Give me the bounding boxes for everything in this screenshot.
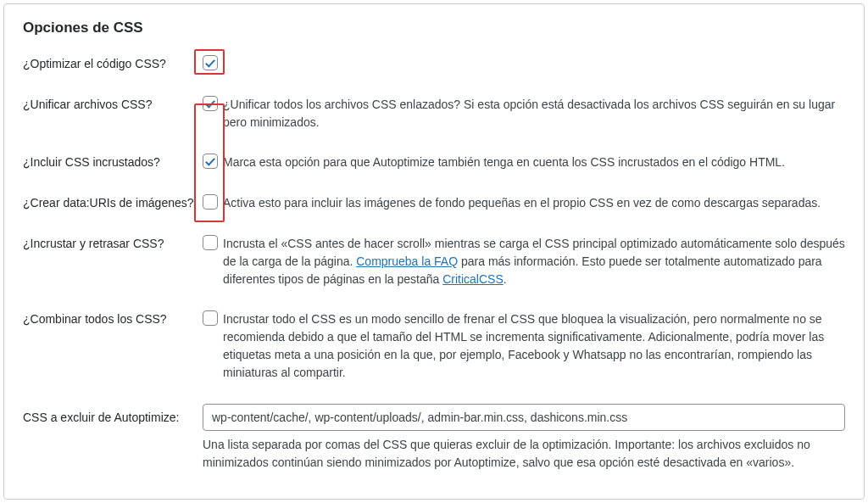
option-description: Marca esta opción para que Autoptimize t… bbox=[223, 154, 785, 171]
exclude-input[interactable] bbox=[203, 404, 845, 431]
faq-link[interactable]: Comprueba la FAQ bbox=[356, 254, 458, 268]
option-row-datauri: ¿Crear data:URIs de imágenes? Activa est… bbox=[23, 194, 845, 213]
inline-checkbox[interactable] bbox=[203, 154, 218, 169]
criticalcss-link[interactable]: CriticalCSS bbox=[442, 272, 504, 286]
aggregate-checkbox[interactable] bbox=[203, 96, 218, 111]
option-label: ¿Combinar todos los CSS? bbox=[23, 310, 203, 326]
optimize-checkbox[interactable] bbox=[203, 55, 218, 70]
option-label: ¿Incluir CSS incrustados? bbox=[23, 154, 203, 169]
option-help-text: Una lista separada por comas del CSS que… bbox=[203, 436, 845, 472]
option-label: ¿Unificar archivos CSS? bbox=[23, 96, 203, 111]
defer-checkbox[interactable] bbox=[203, 235, 218, 250]
option-label: ¿Incrustar y retrasar CSS? bbox=[23, 235, 203, 250]
option-row-inline: ¿Incluir CSS incrustados? Marca esta opc… bbox=[23, 154, 845, 172]
option-label: ¿Crear data:URIs de imágenes? bbox=[23, 194, 203, 210]
option-description: Activa esto para incluir las imágenes de… bbox=[223, 194, 821, 212]
option-description: ¿Unificar todos los archivos CSS enlazad… bbox=[223, 96, 845, 131]
option-label: CSS a excluir de Autoptimize: bbox=[23, 404, 203, 424]
option-row-aggregate: ¿Unificar archivos CSS? ¿Unificar todos … bbox=[23, 96, 845, 131]
css-options-panel: Opciones de CSS ¿Optimizar el código CSS… bbox=[3, 3, 865, 500]
option-description: Incrustar todo el CSS es un modo sencill… bbox=[223, 310, 845, 382]
panel-title: Opciones de CSS bbox=[23, 20, 845, 36]
desc-text: . bbox=[504, 272, 507, 286]
option-row-defer: ¿Incrustar y retrasar CSS? Incrusta el «… bbox=[23, 235, 845, 288]
option-row-exclude: CSS a excluir de Autoptimize: Una lista … bbox=[23, 404, 845, 472]
option-description: Incrusta el «CSS antes de hacer scroll» … bbox=[223, 235, 845, 288]
option-label: ¿Optimizar el código CSS? bbox=[23, 55, 203, 70]
option-row-optimize: ¿Optimizar el código CSS? bbox=[23, 55, 845, 74]
inlineall-checkbox[interactable] bbox=[203, 310, 218, 326]
datauri-checkbox[interactable] bbox=[203, 194, 218, 210]
option-row-inlineall: ¿Combinar todos los CSS? Incrustar todo … bbox=[23, 310, 845, 382]
